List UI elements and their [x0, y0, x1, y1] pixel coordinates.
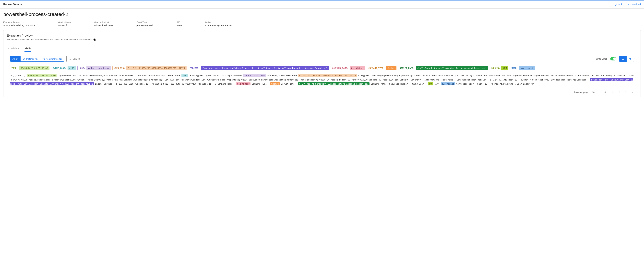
cursor-icon	[94, 38, 96, 41]
pill-command-name: COMMAND_NAME:Get-ADUser	[331, 66, 365, 70]
raw-event: "{\"_raw\":\" 03/30/2022 09:35:38 AM Log…	[7, 72, 637, 89]
meta-vendor-label: Vendor Name	[58, 21, 71, 23]
svg-point-2	[69, 58, 70, 59]
meta-row: Exabeam Product Advanced Analytics, Data…	[0, 21, 644, 30]
header-bar: Parser Details Edit Download	[0, 0, 644, 8]
pill-host-key: HOST:	[78, 66, 86, 70]
download-button[interactable]: Download	[627, 3, 641, 6]
filter-nonmatches-label: Non-matches (1)	[46, 58, 62, 60]
svg-rect-6	[630, 59, 631, 60]
pill-cmd-val: Get-ADUser	[350, 66, 365, 70]
raw-t10: \\\\	[433, 83, 441, 85]
filter-all[interactable]: All (1)	[10, 56, 20, 61]
caret-down-icon	[595, 91, 597, 93]
last-page-icon	[631, 91, 634, 94]
pill-host-val: redact.redact.com	[86, 66, 111, 70]
meta-product-value: Advanced Analytics, Data Lake	[3, 24, 35, 27]
pill-proc-key: PROCESS:	[188, 66, 201, 70]
pill-cmd-key: COMMAND_NAME:	[331, 66, 350, 70]
pill-event-code: EVENT_CODE:4103	[51, 66, 76, 70]
raw-hl-script: C:\\\\Report_Scripts\\\\Vendor_Active_Ac…	[298, 82, 369, 85]
view-list-button[interactable]	[619, 56, 626, 62]
meta-product: Exabeam Product Advanced Analytics, Data…	[3, 21, 35, 27]
header-actions: Edit Download	[615, 3, 641, 6]
pill-time-val: 03/30/2022 09:35:38 AM	[19, 66, 50, 70]
check-circle-icon	[23, 57, 26, 60]
list-icon	[622, 57, 624, 60]
wrap-lines-label: Wrap Lines	[596, 57, 607, 60]
chevron-right-icon	[624, 91, 628, 94]
raw-t8: Script Name =	[280, 83, 298, 85]
rows-per-page-label: Rows per page:	[574, 91, 588, 93]
raw-hl-ctype: Cmdlet	[270, 82, 280, 85]
grid-icon	[629, 57, 632, 60]
pager-first[interactable]	[611, 91, 614, 94]
pill-host: HOST:redact.redact.com	[78, 66, 111, 70]
view-segmented	[619, 56, 634, 62]
meta-etype-label: Event Type	[136, 21, 153, 23]
raw-t6: Engine Version = 5.1.14409.1018 Runspace…	[94, 83, 236, 85]
rows-per-page-value: 10	[592, 91, 594, 93]
pencil-icon	[615, 3, 618, 6]
pill-time: TIME:03/30/2022 09:35:38 AM	[10, 66, 50, 70]
pill-process: PROCESS:Powershell.exe -ExecutionPolicy …	[188, 66, 329, 70]
pill-proc-val: Powershell.exe -ExecutionPolicy Bypass -…	[201, 66, 329, 70]
view-grid-button[interactable]	[626, 56, 634, 62]
field-pills: TIME:03/30/2022 09:35:38 AM EVENT_CODE:4…	[7, 66, 637, 70]
raw-hl-cmd: Get-ADUser	[236, 82, 250, 85]
pill-dom-val: XXX	[501, 66, 508, 70]
meta-vendor: Vendor Name Microsoft	[58, 21, 71, 27]
pill-dom-key: DOMAIN:	[490, 66, 502, 70]
pill-script-key: SCRIPT_NAME:	[398, 66, 416, 70]
preview-title: Extraction Preview	[7, 34, 637, 37]
meta-vendor-value: Microsoft	[58, 24, 71, 27]
raw-t7: Command Type =	[250, 83, 270, 85]
tab-fields[interactable]: Fields	[24, 45, 31, 52]
title-section: powershell-process-created-2	[0, 8, 644, 21]
first-page-icon	[611, 91, 614, 94]
filter-nonmatches[interactable]: Non-matches (1)	[40, 56, 64, 61]
meta-lms-label: LMS	[176, 21, 182, 23]
pill-ec-key: EVENT_CODE:	[51, 66, 68, 70]
filter-matches[interactable]: Matches (0)	[20, 56, 40, 61]
tab-conditions[interactable]: Conditions	[8, 45, 20, 52]
search-input[interactable]	[66, 56, 224, 62]
pill-user-val: svc_redact	[519, 66, 535, 70]
pill-sid-key: USER_SID:	[112, 66, 126, 70]
pill-script-name: SCRIPT_NAME:C:\\\\Report_Scripts\\\\Vend…	[398, 66, 488, 70]
meta-author: Author Exabeam - System Parser	[205, 21, 232, 27]
pager-prev[interactable]	[618, 91, 621, 94]
search-wrap	[66, 56, 224, 62]
pager: Rows per page: 10 1-1 of 1	[7, 89, 637, 94]
raw-hl-ec: 4103	[182, 74, 188, 77]
pill-sid-val: S-1-5-21-219234213-490800914-1586563796-…	[126, 66, 186, 70]
raw-t11: Connected User = Shell ID = Microsoft.Po…	[455, 83, 534, 85]
pill-command-type: COMMAND_TYPE:Cmdlet	[367, 66, 396, 70]
raw-t2: LogName=Microsoft-Windows-PowerShell/Ope…	[56, 74, 182, 77]
edit-button[interactable]: Edit	[615, 3, 622, 6]
chevron-left-icon	[618, 91, 621, 94]
toolbar-right: Wrap Lines	[596, 56, 634, 62]
pill-user: USER:svc_redact	[510, 66, 535, 70]
pill-user-key: USER:	[510, 66, 519, 70]
meta-lms-value: Direct	[176, 24, 182, 27]
wrap-lines-toggle[interactable]	[610, 57, 616, 60]
rows-per-page-select[interactable]: 10	[592, 91, 597, 93]
edit-label: Edit	[618, 3, 622, 6]
pill-user-sid: USER_SID:S-1-5-21-219234213-490800914-15…	[112, 66, 186, 70]
raw-hl-sid: S-1-5-21-219234213-490800914-1586563796-…	[298, 74, 357, 77]
meta-product-label: Exabeam Product	[3, 21, 35, 23]
pager-next[interactable]	[624, 91, 628, 94]
pill-script-val: C:\\\\Report_Scripts\\\\Vendor_Active_Ac…	[416, 66, 488, 70]
pager-nav	[611, 91, 634, 94]
svg-rect-5	[629, 59, 630, 60]
pager-last[interactable]	[631, 91, 634, 94]
meta-etype: Event Type process-created	[136, 21, 153, 27]
meta-lms: LMS Direct	[176, 21, 182, 27]
download-icon	[627, 3, 630, 6]
meta-vprod-value: Microsoft Windows	[94, 24, 114, 27]
raw-hl-time: 03/30/2022 09:35:38 AM	[27, 74, 56, 77]
meta-etype-value: process-created	[136, 24, 153, 27]
search-icon	[68, 57, 71, 60]
meta-vprod-label: Vendor Product	[94, 21, 114, 23]
